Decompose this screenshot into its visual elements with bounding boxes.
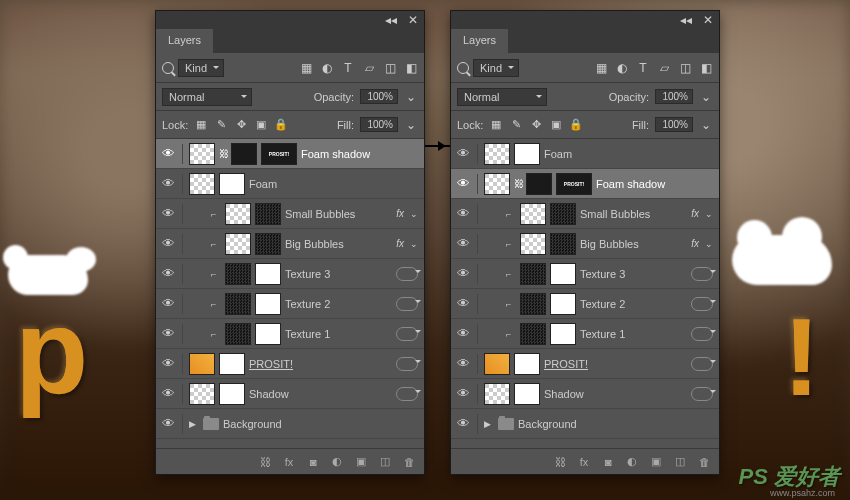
layer-thumb[interactable]	[189, 383, 215, 405]
tab-layers[interactable]: Layers	[451, 29, 508, 53]
layer-name[interactable]: Foam	[249, 178, 420, 190]
chevron-down-icon[interactable]: ⌄	[705, 239, 715, 249]
search-icon[interactable]	[162, 62, 174, 74]
smart-thumb[interactable]: PROSIT!	[556, 173, 592, 195]
chevron-down-icon[interactable]: ⌄	[410, 209, 420, 219]
layer-thumb[interactable]	[550, 203, 576, 225]
fx-indicator[interactable]: fx	[691, 238, 699, 249]
layer-name[interactable]: Texture 2	[580, 298, 687, 310]
filter-kind-dropdown[interactable]: Kind	[473, 59, 519, 77]
visibility-icon[interactable]: 👁	[455, 386, 471, 402]
opacity-input[interactable]: 100%	[360, 89, 398, 104]
adjustment-icon[interactable]: ◐	[330, 455, 344, 469]
layer-row[interactable]: 👁 ⌐Texture 1	[451, 319, 719, 349]
layer-row[interactable]: 👁 Shadow	[156, 379, 424, 409]
expand-effects[interactable]	[396, 267, 418, 281]
layer-row[interactable]: 👁 Shadow	[451, 379, 719, 409]
layer-thumb[interactable]	[255, 263, 281, 285]
layer-thumb[interactable]	[225, 323, 251, 345]
layer-row[interactable]: 👁 ⛓PROSIT!Foam shadow	[451, 169, 719, 199]
layer-name[interactable]: Big Bubbles	[285, 238, 392, 250]
layer-thumb[interactable]	[255, 323, 281, 345]
layer-name[interactable]: Foam shadow	[596, 178, 715, 190]
mask-icon[interactable]: ◙	[601, 455, 615, 469]
chevron-down-icon[interactable]: ⌄	[699, 90, 713, 104]
lock-trans-icon[interactable]: ▦	[194, 118, 208, 132]
layer-thumb[interactable]	[255, 203, 281, 225]
layer-name[interactable]: Texture 1	[580, 328, 687, 340]
layer-thumb[interactable]	[520, 203, 546, 225]
fx-menu-icon[interactable]: fx	[577, 455, 591, 469]
layer-name[interactable]: Background	[223, 418, 420, 430]
layer-thumb[interactable]	[225, 233, 251, 255]
filter-shape-icon[interactable]: ▱	[657, 61, 671, 75]
layer-thumb[interactable]	[255, 293, 281, 315]
layer-thumb[interactable]	[514, 383, 540, 405]
layer-thumb[interactable]	[219, 383, 245, 405]
chevron-down-icon[interactable]: ⌄	[705, 209, 715, 219]
lock-paint-icon[interactable]: ✎	[509, 118, 523, 132]
visibility-icon[interactable]: 👁	[455, 146, 471, 162]
fx-indicator[interactable]: fx	[396, 208, 404, 219]
new-layer-icon[interactable]: ◫	[673, 455, 687, 469]
trash-icon[interactable]: 🗑	[697, 455, 711, 469]
adjustment-icon[interactable]: ◐	[625, 455, 639, 469]
visibility-icon[interactable]: 👁	[455, 416, 471, 432]
layer-thumb[interactable]	[514, 143, 540, 165]
layer-name[interactable]: Background	[518, 418, 715, 430]
lock-artboard-icon[interactable]: ▣	[549, 118, 563, 132]
layer-row[interactable]: 👁 ⛓PROSIT!Foam shadow	[156, 139, 424, 169]
layer-name[interactable]: Small Bubbles	[285, 208, 392, 220]
new-layer-icon[interactable]: ◫	[378, 455, 392, 469]
layer-name[interactable]: PROSIT!	[249, 358, 392, 370]
chevron-down-icon[interactable]: ⌄	[404, 118, 418, 132]
layer-name[interactable]: Foam	[544, 148, 715, 160]
chevron-right-icon[interactable]: ▶	[484, 419, 494, 429]
visibility-icon[interactable]: 👁	[160, 356, 176, 372]
expand-effects[interactable]	[691, 387, 713, 401]
layer-thumb[interactable]	[520, 263, 546, 285]
visibility-icon[interactable]: 👁	[455, 176, 471, 192]
visibility-icon[interactable]: 👁	[455, 326, 471, 342]
filter-artboard-icon[interactable]: ◧	[699, 61, 713, 75]
layer-thumb[interactable]	[520, 233, 546, 255]
visibility-icon[interactable]: 👁	[160, 326, 176, 342]
fill-input[interactable]: 100%	[655, 117, 693, 132]
layer-thumb[interactable]	[484, 143, 510, 165]
filter-shape-icon[interactable]: ▱	[362, 61, 376, 75]
visibility-icon[interactable]: 👁	[455, 266, 471, 282]
filter-artboard-icon[interactable]: ◧	[404, 61, 418, 75]
search-icon[interactable]	[457, 62, 469, 74]
visibility-icon[interactable]: 👁	[455, 206, 471, 222]
expand-effects[interactable]	[691, 267, 713, 281]
layer-name[interactable]: Texture 3	[580, 268, 687, 280]
close-icon[interactable]: ✕	[406, 13, 420, 27]
layer-name[interactable]: Texture 2	[285, 298, 392, 310]
expand-effects[interactable]	[691, 327, 713, 341]
layer-row[interactable]: 👁 ▶ Background	[451, 409, 719, 439]
fill-input[interactable]: 100%	[360, 117, 398, 132]
fx-indicator[interactable]: fx	[691, 208, 699, 219]
expand-effects[interactable]	[396, 327, 418, 341]
layer-row[interactable]: 👁 ⌐Texture 1	[156, 319, 424, 349]
layer-row[interactable]: 👁 ⌐Texture 2	[156, 289, 424, 319]
close-icon[interactable]: ✕	[701, 13, 715, 27]
layer-thumb[interactable]	[484, 383, 510, 405]
lock-all-icon[interactable]: 🔒	[274, 118, 288, 132]
layer-thumb[interactable]	[225, 293, 251, 315]
layer-row[interactable]: 👁 ⌐Small Bubblesfx⌄	[156, 199, 424, 229]
expand-effects[interactable]	[691, 297, 713, 311]
visibility-icon[interactable]: 👁	[455, 296, 471, 312]
expand-effects[interactable]	[396, 387, 418, 401]
layer-row[interactable]: 👁 PROSIT!	[451, 349, 719, 379]
lock-trans-icon[interactable]: ▦	[489, 118, 503, 132]
lock-move-icon[interactable]: ✥	[234, 118, 248, 132]
trash-icon[interactable]: 🗑	[402, 455, 416, 469]
filter-smart-icon[interactable]: ◫	[678, 61, 692, 75]
layer-name[interactable]: Texture 1	[285, 328, 392, 340]
visibility-icon[interactable]: 👁	[160, 236, 176, 252]
layer-row[interactable]: 👁 ⌐Big Bubblesfx⌄	[451, 229, 719, 259]
layer-thumb[interactable]	[484, 353, 510, 375]
layer-name[interactable]: Big Bubbles	[580, 238, 687, 250]
layer-thumb[interactable]	[219, 173, 245, 195]
